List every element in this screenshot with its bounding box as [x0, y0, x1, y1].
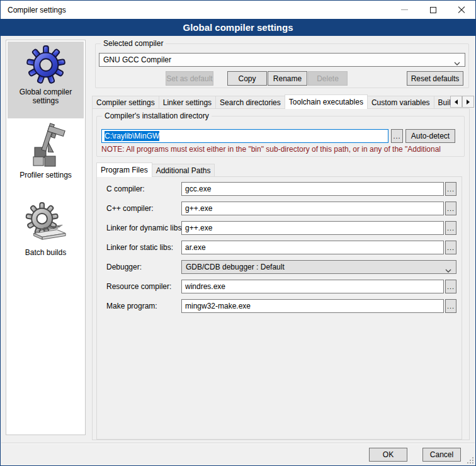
installation-directory-value: C:\raylib\MinGW: [105, 131, 159, 141]
minimize-button[interactable]: [390, 1, 419, 19]
sidebar-item-label: Profiler settings: [17, 169, 74, 183]
sidebar-item-label: Global compiler settings: [8, 86, 84, 109]
rename-button[interactable]: Rename: [268, 71, 307, 86]
installation-directory-browse-button[interactable]: ...: [391, 129, 403, 143]
c-compiler-input[interactable]: [181, 182, 444, 196]
linker-static-browse-button[interactable]: ...: [445, 241, 456, 254]
linker-dynamic-browse-button[interactable]: ...: [445, 221, 456, 235]
ok-button[interactable]: OK: [369, 448, 407, 462]
sidebar-item-label: Batch builds: [23, 247, 69, 261]
resource-compiler-label: Resource compiler:: [106, 282, 171, 291]
c-compiler-label: C compiler:: [106, 185, 145, 193]
tab-additional-paths[interactable]: Additional Paths: [152, 164, 215, 177]
close-button[interactable]: [447, 1, 475, 19]
c-compiler-browse-button[interactable]: ...: [445, 182, 456, 196]
selected-compiler-value: GNU GCC Compiler: [103, 55, 171, 64]
selected-compiler-group-label: Selected compiler: [101, 39, 166, 48]
window-title: Compiler settings: [8, 6, 66, 14]
chevron-down-icon: [445, 266, 451, 275]
arrow-right-icon: [467, 99, 470, 105]
maximize-icon: [430, 7, 436, 13]
batch-builds-gear-icon: [25, 201, 67, 247]
tab-search-directories[interactable]: Search directories: [215, 96, 285, 109]
debugger-value: GDB/CDB debugger : Default: [186, 263, 285, 271]
tab-toolchain-executables[interactable]: Toolchain executables: [285, 94, 368, 109]
make-program-browse-button[interactable]: ...: [445, 299, 456, 313]
copy-button[interactable]: Copy: [227, 71, 267, 86]
sidebar-item-profiler-settings[interactable]: Profiler settings: [8, 122, 84, 185]
resize-grip[interactable]: [467, 457, 473, 463]
cpp-compiler-browse-button[interactable]: ...: [445, 202, 456, 215]
tab-compiler-settings[interactable]: Compiler settings: [92, 96, 159, 109]
make-program-input[interactable]: [181, 299, 444, 313]
reset-defaults-button[interactable]: Reset defaults: [407, 71, 463, 86]
compiler-settings-dialog: Compiler settings Global compiler settin…: [0, 0, 476, 466]
title-bar: Compiler settings: [1, 1, 475, 19]
cancel-button[interactable]: Cancel: [422, 448, 461, 462]
cpp-compiler-label: C++ compiler:: [106, 204, 154, 213]
resource-compiler-input[interactable]: [181, 280, 444, 293]
cpp-compiler-input[interactable]: [181, 202, 444, 215]
sidebar-item-global-compiler-settings[interactable]: Global compiler settings: [8, 42, 84, 118]
resource-compiler-browse-button[interactable]: ...: [445, 280, 456, 293]
maximize-button[interactable]: [419, 1, 447, 19]
sidebar-item-batch-builds[interactable]: Batch builds: [8, 201, 84, 264]
tab-custom-variables[interactable]: Custom variables: [367, 96, 434, 109]
installation-note: NOTE: All programs must exist either in …: [101, 145, 465, 154]
tab-linker-settings[interactable]: Linker settings: [159, 96, 216, 109]
settings-sidebar: Global compiler settings: [6, 40, 86, 435]
compiler-tabstrip: Compiler settings Linker settings Search…: [92, 94, 450, 109]
arrow-left-icon: [455, 99, 458, 105]
delete-button[interactable]: Delete: [308, 71, 348, 86]
chevron-down-icon: [454, 59, 460, 67]
program-files-tabstrip: Program Files Additional Paths: [96, 162, 214, 177]
tab-scroll-left-button[interactable]: [450, 96, 462, 108]
footer-separator: [1, 443, 475, 444]
global-compiler-gear-icon: [26, 45, 65, 86]
profiler-caliper-icon: [26, 122, 66, 169]
auto-detect-button[interactable]: Auto-detect: [405, 129, 455, 143]
tab-program-files[interactable]: Program Files: [96, 162, 152, 177]
linker-static-label: Linker for static libs:: [106, 243, 173, 252]
tab-build-options[interactable]: Build options: [434, 96, 450, 109]
minimize-icon: [401, 9, 408, 10]
set-as-default-button[interactable]: Set as default: [166, 71, 213, 86]
dialog-banner: Global compiler settings: [1, 19, 475, 36]
selected-compiler-combobox[interactable]: GNU GCC Compiler: [99, 53, 465, 67]
debugger-label: Debugger:: [106, 263, 142, 271]
debugger-combobox[interactable]: GDB/CDB debugger : Default: [181, 260, 456, 274]
linker-dynamic-label: Linker for dynamic libs:: [106, 224, 184, 232]
installation-directory-group-label: Compiler's installation directory: [102, 111, 212, 120]
installation-directory-input[interactable]: C:\raylib\MinGW: [101, 129, 388, 143]
make-program-label: Make program:: [106, 302, 157, 310]
linker-dynamic-input[interactable]: [181, 221, 444, 235]
close-icon: [458, 6, 465, 14]
linker-static-input[interactable]: [181, 241, 444, 254]
tab-scroll-right-button[interactable]: [462, 96, 474, 108]
